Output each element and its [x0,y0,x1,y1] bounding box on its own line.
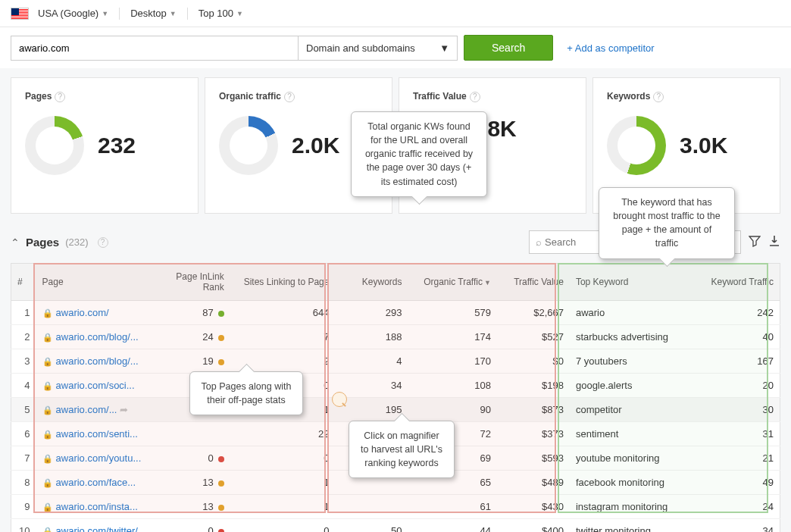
row-keywords: 293 [335,301,408,325]
row-index: 2 [11,325,36,349]
callout-kws: Total organic KWs found for the URL and … [351,111,487,197]
chevron-down-icon: ▼ [236,10,243,17]
row-traffic-value: $373 [497,422,570,446]
help-icon[interactable]: ? [98,237,108,248]
row-page: 🔒awario.com/ [36,301,149,325]
flag-icon [11,8,29,20]
table-header-row: # Page Page InLink Rank Sites Linking to… [11,264,780,301]
page-link[interactable]: awario.com/ [56,307,109,318]
domain-input[interactable] [11,36,298,60]
page-link[interactable]: awario.com/soci... [56,380,135,391]
row-keywords: 188 [335,325,408,349]
col-index[interactable]: # [11,264,36,301]
col-rank[interactable]: Page InLink Rank [149,264,230,301]
help-icon[interactable]: ? [55,92,65,102]
magnifier-icon[interactable] [332,392,347,407]
row-index: 10 [11,519,36,533]
chevron-down-icon: ▼ [439,42,449,54]
row-index: 4 [11,374,36,398]
row-keywords: 4 [335,349,408,374]
col-keyword-traffic[interactable]: Keyword Traffic [699,264,780,301]
row-traffic-value: $400 [497,519,570,533]
callout-pages: Top Pages along with their off-page stat… [189,371,303,415]
table-row[interactable]: 9🔒awario.com/insta...13161$430instagram … [11,495,780,519]
country-select[interactable]: USA (Google)▼ [33,5,113,22]
rank-dot [218,311,224,317]
callout-topkw: The keyword that has brought most traffi… [599,187,735,259]
row-keywords: 50 [335,519,408,533]
page-link[interactable]: awario.com/... [56,404,117,415]
row-index: 9 [11,495,36,519]
rank-dot [218,505,224,511]
col-organic[interactable]: Organic Traffic▼ [408,264,496,301]
share-icon[interactable]: ➦ [120,404,128,415]
page-link[interactable]: awario.com/twitter/ [56,525,138,532]
lock-icon: 🔒 [42,357,53,366]
page-link[interactable]: awario.com/senti... [56,428,138,440]
row-keyword-traffic: 34 [699,519,780,533]
row-keyword-traffic: 21 [699,446,780,471]
download-icon[interactable] [768,235,780,250]
page-link[interactable]: awario.com/blog/... [56,331,139,343]
row-page: 🔒awario.com/blog/... [36,325,149,349]
row-rank: 13 [149,495,230,519]
row-sites: 644 [230,301,336,325]
top-select[interactable]: Top 100▼ [194,5,248,22]
chevron-down-icon: ▼ [170,10,177,17]
row-top-keyword: competitor [570,398,699,422]
col-top-keyword[interactable]: Top Keyword [570,264,699,301]
row-rank: 0 [149,519,230,533]
section-title: Pages [26,236,59,249]
row-index: 3 [11,349,36,374]
add-competitor-link[interactable]: + Add as competitor [567,42,654,54]
table-row[interactable]: 10🔒awario.com/twitter/005044$400twitter … [11,519,780,533]
row-keyword-traffic: 30 [699,398,780,422]
col-page[interactable]: Page [36,264,149,301]
page-link[interactable]: awario.com/insta... [56,501,138,512]
page-link[interactable]: awario.com/face... [56,477,136,488]
row-organic: 579 [408,301,496,325]
row-traffic-value: $430 [497,495,570,519]
page-link[interactable]: awario.com/blog/... [56,355,139,367]
row-organic: 44 [408,519,496,533]
row-top-keyword: awario [570,301,699,325]
row-top-keyword: youtube monitoring [570,446,699,471]
domain-input-group: Domain and subdomains▼ [11,36,458,61]
row-page: 🔒awario.com/senti... [36,422,149,446]
card-pages: Pages? 232 [11,77,199,214]
rank-dot [218,456,224,462]
row-page: 🔒awario.com/soci... [36,374,149,398]
search-icon: ⌕ [536,236,542,248]
lock-icon: 🔒 [42,502,53,512]
col-sites[interactable]: Sites Linking to Page [230,264,336,301]
donut-pages [25,116,84,175]
row-sites: 0 [230,519,336,533]
filter-icon[interactable] [749,235,761,250]
col-traffic-value[interactable]: Traffic Value [497,264,570,301]
help-icon[interactable]: ? [284,92,295,102]
collapse-icon[interactable]: ⌃ [11,236,20,249]
row-traffic-value: $2,667 [497,301,570,325]
rank-dot [218,335,224,341]
table-row[interactable]: 2🔒awario.com/blog/...247188174$527starbu… [11,325,780,349]
row-traffic-value: $198 [497,374,570,398]
row-keyword-traffic: 24 [699,495,780,519]
scope-select[interactable]: Domain and subdomains▼ [298,36,457,60]
row-traffic-value: $873 [497,398,570,422]
page-link[interactable]: awario.com/youtu... [56,452,142,464]
row-traffic-value: $0 [497,349,570,374]
device-select[interactable]: Desktop▼ [126,5,181,22]
table-row[interactable]: 3🔒awario.com/blog/...1924170$07 youtuber… [11,349,780,374]
row-sites: 1 [230,471,336,495]
table-row[interactable]: 1🔒awario.com/87644293579$2,667awario242 [11,301,780,325]
help-icon[interactable]: ? [470,92,480,102]
search-button[interactable]: Search [464,35,553,61]
table-row[interactable]: 4🔒awario.com/soci...034108$198google.ale… [11,374,780,398]
col-keywords[interactable]: Keywords [335,264,408,301]
row-sites: 1 [230,495,336,519]
help-icon[interactable]: ? [653,92,664,102]
lock-icon: 🔒 [42,333,53,342]
lock-icon: 🔒 [42,478,53,487]
chevron-down-icon: ▼ [102,10,108,17]
row-index: 6 [11,422,36,446]
